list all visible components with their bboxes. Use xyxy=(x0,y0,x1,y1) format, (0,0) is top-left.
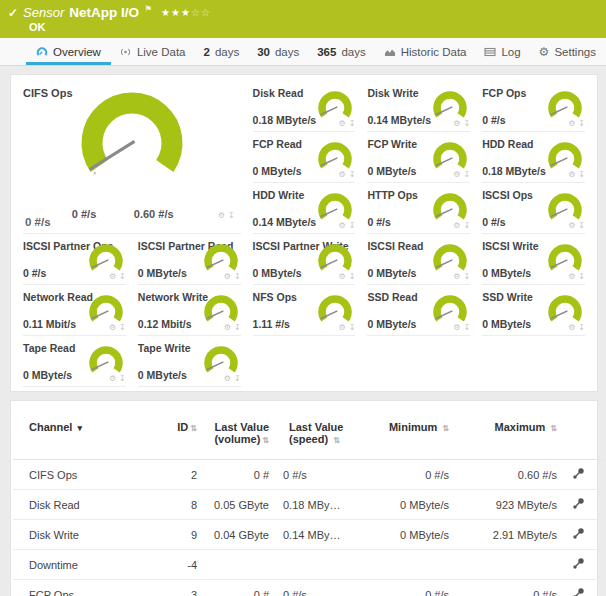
gauge-pin-icon[interactable]: ↧ xyxy=(349,272,356,281)
stars-filled[interactable]: ★★★ xyxy=(161,7,191,18)
table-row[interactable]: Downtime -4 xyxy=(13,550,605,580)
sort-icon[interactable]: ⇅ xyxy=(262,436,269,445)
gauge-value: 1.11 #/s xyxy=(253,318,290,330)
gauge-pin-icon[interactable]: ↧ xyxy=(228,211,235,220)
gauge-settings-icon[interactable]: ⚙ xyxy=(339,272,346,281)
tab-live-data[interactable]: Live Data xyxy=(113,38,192,65)
tab-historic-data[interactable]: Historic Data xyxy=(378,38,473,65)
gauge-pin-icon[interactable]: ↧ xyxy=(578,170,585,179)
col-header-maximum[interactable]: Maximum ⇅ xyxy=(453,409,561,460)
gauge-pin-icon[interactable]: ↧ xyxy=(349,119,356,128)
cell-id: -4 xyxy=(163,550,201,580)
gauge-settings-icon[interactable]: ⚙ xyxy=(339,170,346,179)
gauge-settings-icon[interactable]: ⚙ xyxy=(339,323,346,332)
gauge-settings-icon[interactable]: ⚙ xyxy=(568,119,575,128)
gauge-toolbar: ⚙↧ xyxy=(568,170,585,179)
gauge-settings-icon[interactable]: ⚙ xyxy=(453,272,460,281)
sort-desc-icon[interactable]: ▾ xyxy=(77,423,82,433)
cell-id: 3 xyxy=(163,580,201,596)
small-gauge: Tape Write 0 MByte/s ⚙↧ xyxy=(138,336,241,387)
table-row[interactable]: CIFS Ops 2 0 # 0 #/s 0 #/s 0.60 #/s xyxy=(13,460,605,490)
channel-settings-icon[interactable] xyxy=(572,497,585,512)
gauge-toolbar: ⚙↧ xyxy=(568,323,585,332)
gauge-settings-icon[interactable]: ⚙ xyxy=(218,211,225,220)
gauge-settings-icon[interactable]: ⚙ xyxy=(339,119,346,128)
cell-channel[interactable]: Downtime xyxy=(13,550,163,580)
gauge-settings-icon[interactable]: ⚙ xyxy=(109,374,116,383)
flag-icon[interactable]: ⚑ xyxy=(144,4,152,14)
channel-table: Channel ▾ ID⇅ Last Value(volume)⇅ Last V… xyxy=(13,409,605,596)
tab-30-days[interactable]: 30 days xyxy=(251,38,305,65)
gauge-settings-icon[interactable]: ⚙ xyxy=(453,170,460,179)
col-header-last-value-volume[interactable]: Last Value(volume)⇅ xyxy=(201,409,273,460)
col-header-id[interactable]: ID⇅ xyxy=(163,409,201,460)
gauge-settings-icon[interactable]: ⚙ xyxy=(568,170,575,179)
tab-log[interactable]: Log xyxy=(478,38,526,65)
channel-settings-icon[interactable] xyxy=(572,527,585,542)
tab-2-days[interactable]: 2 days xyxy=(197,38,245,65)
priority-stars[interactable]: ★★★☆☆ xyxy=(161,7,211,18)
gauge-settings-icon[interactable]: ⚙ xyxy=(453,221,460,230)
gauge-pin-icon[interactable]: ↧ xyxy=(234,374,241,383)
gauge-settings-icon[interactable]: ⚙ xyxy=(224,272,231,281)
channel-settings-icon[interactable] xyxy=(572,467,585,482)
gauge-settings-icon[interactable]: ⚙ xyxy=(339,221,346,230)
gauge-settings-icon[interactable]: ⚙ xyxy=(224,374,231,383)
cell-channel[interactable]: FCP Ops xyxy=(13,580,163,596)
col-header-last-value-speed[interactable]: Last Value(speed) ⇅ xyxy=(273,409,353,460)
cell-channel[interactable]: Disk Write xyxy=(13,520,163,550)
sort-icon[interactable]: ⇅ xyxy=(442,424,449,433)
small-gauge: ISCSI Ops 0 #/s ⚙↧ xyxy=(482,183,585,234)
cell-id: 9 xyxy=(163,520,201,550)
tab-365-days[interactable]: 365 days xyxy=(311,38,371,65)
tab-label: Log xyxy=(501,46,520,58)
gauge-pin-icon[interactable]: ↧ xyxy=(578,272,585,281)
gauge-settings-icon[interactable]: ⚙ xyxy=(453,323,460,332)
gauge-pin-icon[interactable]: ↧ xyxy=(349,323,356,332)
gauge-pin-icon[interactable]: ↧ xyxy=(463,272,470,281)
gauge-settings-icon[interactable]: ⚙ xyxy=(224,323,231,332)
cell-channel[interactable]: Disk Read xyxy=(13,490,163,520)
gauge-pin-icon[interactable]: ↧ xyxy=(463,323,470,332)
channel-settings-icon[interactable] xyxy=(572,557,585,572)
tab-overview[interactable]: Overview xyxy=(30,38,107,65)
gauge-pin-icon[interactable]: ↧ xyxy=(578,221,585,230)
gauge-settings-icon[interactable]: ⚙ xyxy=(109,272,116,281)
channel-settings-icon[interactable] xyxy=(572,587,585,596)
table-row[interactable]: FCP Ops 3 0 # 0 #/s 0 #/s 0 #/s xyxy=(13,580,605,596)
sort-icon[interactable]: ⇅ xyxy=(550,424,557,433)
col-header-channel[interactable]: Channel ▾ xyxy=(13,409,163,460)
gauge-pin-icon[interactable]: ↧ xyxy=(578,119,585,128)
gauge-pin-icon[interactable]: ↧ xyxy=(119,323,126,332)
stars-empty[interactable]: ☆☆ xyxy=(191,7,211,18)
sort-icon[interactable]: ⇅ xyxy=(190,424,197,433)
cell-channel[interactable]: CIFS Ops xyxy=(13,460,163,490)
gauge-settings-icon[interactable]: ⚙ xyxy=(453,119,460,128)
gauge-settings-icon[interactable]: ⚙ xyxy=(568,323,575,332)
col-header-minimum[interactable]: Minimum ⇅ xyxy=(353,409,453,460)
gauge-pin-icon[interactable]: ↧ xyxy=(463,221,470,230)
tab-settings[interactable]: ⚙ Settings xyxy=(533,38,602,65)
gauge-scale-mark-icon: × xyxy=(93,170,97,176)
gauge-toolbar: ⚙↧ xyxy=(218,211,235,220)
gauge-pin-icon[interactable]: ↧ xyxy=(349,170,356,179)
tab-label: Live Data xyxy=(137,46,186,58)
gauge-settings-icon[interactable]: ⚙ xyxy=(109,323,116,332)
gauge-pin-icon[interactable]: ↧ xyxy=(578,323,585,332)
sort-icon[interactable]: ⇅ xyxy=(333,436,340,445)
gauge-settings-icon[interactable]: ⚙ xyxy=(568,221,575,230)
gauge-value: 0 MByte/s xyxy=(367,165,416,177)
gauge-settings-icon[interactable]: ⚙ xyxy=(568,272,575,281)
small-gauge: FCP Read 0 MByte/s ⚙↧ xyxy=(253,132,356,183)
gauge-pin-icon[interactable]: ↧ xyxy=(349,221,356,230)
gauge-toolbar: ⚙↧ xyxy=(109,374,126,383)
gauge-pin-icon[interactable]: ↧ xyxy=(119,374,126,383)
table-row[interactable]: Disk Write 9 0.04 GByte 0.14 MBy… 0 MByt… xyxy=(13,520,605,550)
table-row[interactable]: Disk Read 8 0.05 GByte 0.18 MBy… 0 MByte… xyxy=(13,490,605,520)
gauge-pin-icon[interactable]: ↧ xyxy=(234,272,241,281)
cell-maximum: 0 #/s xyxy=(453,580,561,596)
gauge-pin-icon[interactable]: ↧ xyxy=(463,170,470,179)
gauge-pin-icon[interactable]: ↧ xyxy=(463,119,470,128)
gauge-pin-icon[interactable]: ↧ xyxy=(119,272,126,281)
gauge-pin-icon[interactable]: ↧ xyxy=(234,323,241,332)
